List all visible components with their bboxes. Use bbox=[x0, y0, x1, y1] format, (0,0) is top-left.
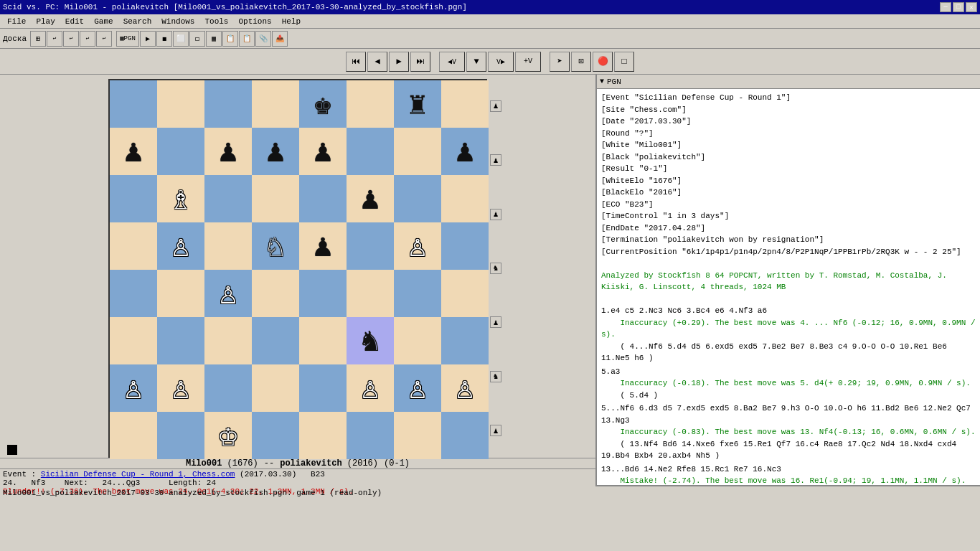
close-button[interactable]: ✕ bbox=[966, 2, 977, 12]
square-b1[interactable] bbox=[157, 412, 204, 459]
square-h8[interactable] bbox=[441, 80, 489, 128]
side-icon-5[interactable]: ♟ bbox=[490, 316, 501, 328]
square-g2[interactable]: ♙ bbox=[394, 364, 441, 412]
square-e6[interactable] bbox=[299, 175, 347, 222]
side-icon-7[interactable]: ♟ bbox=[490, 425, 501, 436]
square-f8[interactable] bbox=[347, 80, 394, 128]
square-f6[interactable]: ♟ bbox=[347, 175, 394, 222]
prev-var-button[interactable]: ◀V bbox=[439, 52, 465, 72]
square-e2[interactable] bbox=[299, 364, 347, 412]
next-var-button[interactable]: V▶ bbox=[488, 52, 514, 72]
square-b2[interactable]: ♙ bbox=[157, 364, 204, 412]
menu-play[interactable]: Play bbox=[32, 16, 59, 27]
minimize-button[interactable]: ─ bbox=[940, 2, 951, 12]
square-e1[interactable] bbox=[299, 412, 347, 459]
chess-board[interactable]: ♚ ♜ ♟ ♟ ♟ bbox=[108, 79, 487, 458]
square-f5[interactable] bbox=[347, 222, 394, 270]
square-c8[interactable] bbox=[204, 80, 252, 128]
tb-undo4[interactable]: ↩ bbox=[96, 31, 112, 47]
square-d2[interactable] bbox=[252, 364, 299, 412]
tb-undo3[interactable]: ↩ bbox=[80, 31, 95, 47]
square-h6[interactable] bbox=[441, 175, 489, 222]
square-b4[interactable] bbox=[157, 270, 204, 317]
tb-undo2[interactable]: ↩ bbox=[63, 31, 79, 47]
square-f2[interactable]: ♙ bbox=[347, 364, 394, 412]
tb-grid[interactable]: ▦ bbox=[206, 31, 222, 47]
prev-move-button[interactable]: ◀ bbox=[367, 52, 387, 72]
square-h5[interactable] bbox=[441, 222, 489, 270]
square-b5[interactable]: ♙ bbox=[157, 222, 204, 270]
pgn-content[interactable]: [Event "Sicilian Defense Cup - Round 1"]… bbox=[597, 89, 980, 485]
play-button[interactable]: ➤ bbox=[550, 52, 570, 72]
square-e4[interactable] bbox=[299, 270, 347, 317]
side-icon-3[interactable]: ♟ bbox=[490, 209, 501, 220]
board-button[interactable]: ⊡ bbox=[571, 52, 591, 72]
tb-copy1[interactable]: 📋 bbox=[222, 31, 238, 47]
square-d5[interactable]: ♘ bbox=[252, 222, 299, 270]
square-a4[interactable] bbox=[110, 270, 157, 317]
square-f4[interactable] bbox=[347, 270, 394, 317]
first-move-button[interactable]: ⏮ bbox=[346, 52, 366, 72]
square-f7[interactable] bbox=[347, 128, 394, 175]
square-h1[interactable] bbox=[441, 412, 489, 459]
square-c1[interactable]: ♔ bbox=[204, 412, 252, 459]
tb-pgn-view[interactable]: ▦PGN bbox=[116, 31, 139, 47]
square-c7[interactable]: ♟ bbox=[204, 128, 252, 175]
tb-clip[interactable]: 📎 bbox=[255, 31, 271, 47]
square-h3[interactable] bbox=[441, 317, 489, 364]
side-icon-4[interactable]: ♞ bbox=[490, 263, 501, 274]
square-g7[interactable] bbox=[394, 128, 441, 175]
square-h4[interactable] bbox=[441, 270, 489, 317]
var-down-button[interactable]: ▼ bbox=[466, 52, 486, 72]
square-g5[interactable]: ♙ bbox=[394, 222, 441, 270]
tb-white[interactable]: ⬜ bbox=[173, 31, 189, 47]
square-d8[interactable] bbox=[252, 80, 299, 128]
square-g3[interactable] bbox=[394, 317, 441, 364]
square-h7[interactable]: ♟ bbox=[441, 128, 489, 175]
event-link[interactable]: Sicilian Defense Cup - Round 1, Chess.co… bbox=[41, 470, 235, 479]
square-g1[interactable] bbox=[394, 412, 441, 459]
square-e8[interactable]: ♚ bbox=[299, 80, 347, 128]
maximize-button[interactable]: □ bbox=[953, 2, 964, 12]
side-icon-1[interactable]: ♟ bbox=[490, 100, 501, 112]
menu-search[interactable]: Search bbox=[119, 16, 156, 27]
square-e7[interactable]: ♟ bbox=[299, 128, 347, 175]
square-e3[interactable] bbox=[299, 317, 347, 364]
square-c6[interactable] bbox=[204, 175, 252, 222]
square-a6[interactable] bbox=[110, 175, 157, 222]
square-d7[interactable]: ♟ bbox=[252, 128, 299, 175]
menu-game[interactable]: Game bbox=[90, 16, 117, 27]
square-g8[interactable]: ♜ bbox=[394, 80, 441, 128]
square-e5[interactable]: ♟ bbox=[299, 222, 347, 270]
tb-copy2[interactable]: 📋 bbox=[239, 31, 255, 47]
square-a7[interactable]: ♟ bbox=[110, 128, 157, 175]
square-f3[interactable]: ♞ bbox=[347, 317, 394, 364]
square-d6[interactable] bbox=[252, 175, 299, 222]
square-a5[interactable] bbox=[110, 222, 157, 270]
side-icon-6[interactable]: ♞ bbox=[490, 371, 501, 382]
square-c3[interactable] bbox=[204, 317, 252, 364]
square-a8[interactable] bbox=[110, 80, 157, 128]
menu-edit[interactable]: Edit bbox=[61, 16, 88, 27]
next-move-button[interactable]: ▶ bbox=[389, 52, 409, 72]
menu-tools[interactable]: Tools bbox=[200, 16, 232, 27]
square-c2[interactable] bbox=[204, 364, 252, 412]
last-move-button[interactable]: ⏭ bbox=[410, 52, 430, 72]
menu-file[interactable]: File bbox=[3, 16, 30, 27]
square-d3[interactable] bbox=[252, 317, 299, 364]
menu-help[interactable]: Help bbox=[278, 16, 305, 27]
menu-windows[interactable]: Windows bbox=[157, 16, 199, 27]
tb-undo1[interactable]: ↩ bbox=[47, 31, 62, 47]
tb-gray[interactable]: ◻ bbox=[189, 31, 205, 47]
square-d1[interactable] bbox=[252, 412, 299, 459]
engine-button[interactable]: 🔴 bbox=[593, 52, 613, 72]
square-h2[interactable]: ♙ bbox=[441, 364, 489, 412]
square-a1[interactable] bbox=[110, 412, 157, 459]
square-b8[interactable] bbox=[157, 80, 204, 128]
square-c5[interactable] bbox=[204, 222, 252, 270]
copy-button[interactable]: □ bbox=[614, 52, 634, 72]
tb-play[interactable]: ▶ bbox=[140, 31, 156, 47]
tb-black[interactable]: ◼ bbox=[156, 31, 172, 47]
add-var-button[interactable]: +V bbox=[515, 52, 541, 72]
square-g6[interactable] bbox=[394, 175, 441, 222]
